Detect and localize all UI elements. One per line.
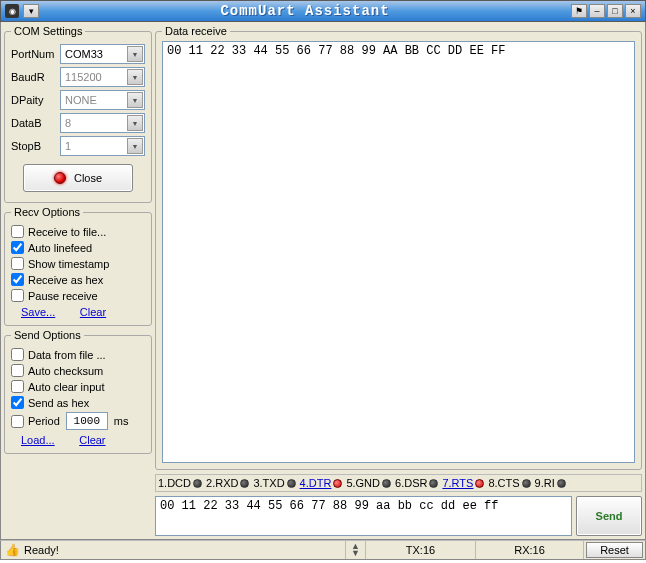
send-row: 00 11 22 33 44 55 66 77 88 99 aa bb cc d… [155, 496, 642, 536]
show-timestamp-checkbox[interactable]: Show timestamp [11, 257, 145, 270]
sig-rts-link[interactable]: 7.RTS [442, 477, 473, 489]
dparity-combo[interactable]: NONE▼ [60, 90, 145, 110]
chevron-down-icon[interactable]: ▼ [127, 69, 143, 85]
dsr-led-icon [429, 479, 438, 488]
titlebar-left: ◉ ▾ [5, 4, 39, 18]
pause-receive-checkbox[interactable]: Pause receive [11, 289, 145, 302]
close-port-button[interactable]: Close [23, 164, 133, 192]
port-status-led-icon [54, 172, 66, 184]
recv-save-link[interactable]: Save... [21, 306, 55, 318]
baudr-label: BaudR [11, 71, 57, 83]
portnum-label: PortNum [11, 48, 57, 60]
send-button[interactable]: Send [576, 496, 642, 536]
main-area: COM Settings PortNum COM33▼ BaudR 115200… [0, 22, 646, 540]
titlebar-right: ⚑ – □ × [571, 4, 641, 18]
close-port-label: Close [74, 172, 102, 184]
left-panel: COM Settings PortNum COM33▼ BaudR 115200… [4, 25, 152, 536]
title-bar: ◉ ▾ CommUart Assistant ⚑ – □ × [0, 0, 646, 22]
rxd-led-icon [240, 479, 249, 488]
app-icon: ◉ [5, 4, 19, 18]
dparity-label: DPaity [11, 94, 57, 106]
send-clear-link[interactable]: Clear [79, 434, 105, 446]
stopb-label: StopB [11, 140, 57, 152]
minimize-button[interactable]: – [589, 4, 605, 18]
send-options-legend: Send Options [11, 329, 84, 341]
sig-cts: 8.CTS [488, 477, 519, 489]
datab-label: DataB [11, 117, 57, 129]
txd-led-icon [287, 479, 296, 488]
ready-icon: 👍 [5, 543, 20, 557]
rts-led-icon [475, 479, 484, 488]
auto-linefeed-checkbox[interactable]: Auto linefeed [11, 241, 145, 254]
data-from-file-checkbox[interactable]: Data from file ... [11, 348, 145, 361]
status-rx: RX:16 [475, 541, 583, 559]
stopb-combo[interactable]: 1▼ [60, 136, 145, 156]
auto-clear-input-checkbox[interactable]: Auto clear input [11, 380, 145, 393]
pin-button[interactable]: ⚑ [571, 4, 587, 18]
sig-rxd: 2.RXD [206, 477, 238, 489]
chevron-down-icon[interactable]: ▼ [127, 46, 143, 62]
status-bar: 👍 Ready! ▲▼ TX:16 RX:16 Reset [0, 540, 646, 560]
recv-clear-link[interactable]: Clear [80, 306, 106, 318]
ri-led-icon [557, 479, 566, 488]
datab-combo[interactable]: 8▼ [60, 113, 145, 133]
cts-led-icon [522, 479, 531, 488]
receive-to-file-checkbox[interactable]: Receive to file... [11, 225, 145, 238]
sig-dtr-link[interactable]: 4.DTR [300, 477, 332, 489]
sig-dsr: 6.DSR [395, 477, 427, 489]
status-scroll-arrows[interactable]: ▲▼ [345, 541, 365, 559]
maximize-button[interactable]: □ [607, 4, 623, 18]
sig-ri: 9.RI [535, 477, 555, 489]
baudr-combo[interactable]: 115200▼ [60, 67, 145, 87]
send-as-hex-checkbox[interactable]: Send as hex [11, 396, 145, 409]
chevron-down-icon[interactable]: ▼ [127, 115, 143, 131]
data-receive-legend: Data receive [162, 25, 230, 37]
sig-gnd: 5.GND [346, 477, 380, 489]
auto-checksum-checkbox[interactable]: Auto checksum [11, 364, 145, 377]
reset-button[interactable]: Reset [586, 542, 643, 558]
data-receive-group: Data receive 00 11 22 33 44 55 66 77 88 … [155, 25, 642, 470]
status-ready: Ready! [24, 544, 59, 556]
period-checkbox[interactable] [11, 415, 24, 428]
dtr-led-icon [333, 479, 342, 488]
recv-options-group: Recv Options Receive to file... Auto lin… [4, 206, 152, 326]
recv-options-legend: Recv Options [11, 206, 83, 218]
portnum-combo[interactable]: COM33▼ [60, 44, 145, 64]
send-load-link[interactable]: Load... [21, 434, 55, 446]
close-window-button[interactable]: × [625, 4, 641, 18]
com-settings-legend: COM Settings [11, 25, 85, 37]
titlebar-dropdown-icon[interactable]: ▾ [23, 4, 39, 18]
sig-txd: 3.TXD [253, 477, 284, 489]
send-textarea[interactable]: 00 11 22 33 44 55 66 77 88 99 aa bb cc d… [155, 496, 572, 536]
receive-textarea[interactable]: 00 11 22 33 44 55 66 77 88 99 AA BB CC D… [162, 41, 635, 463]
sig-dcd: 1.DCD [158, 477, 191, 489]
period-unit: ms [114, 415, 129, 427]
chevron-down-icon[interactable]: ▼ [127, 92, 143, 108]
window-title: CommUart Assistant [39, 3, 571, 19]
signal-status-row: 1.DCD 2.RXD 3.TXD 4.DTR 5.GND 6.DSR 7.RT… [155, 474, 642, 492]
receive-as-hex-checkbox[interactable]: Receive as hex [11, 273, 145, 286]
chevron-down-icon[interactable]: ▼ [127, 138, 143, 154]
status-tx: TX:16 [365, 541, 475, 559]
period-input[interactable] [66, 412, 108, 430]
send-options-group: Send Options Data from file ... Auto che… [4, 329, 152, 454]
right-panel: Data receive 00 11 22 33 44 55 66 77 88 … [155, 25, 642, 536]
dcd-led-icon [193, 479, 202, 488]
gnd-led-icon [382, 479, 391, 488]
period-label: Period [28, 415, 60, 427]
com-settings-group: COM Settings PortNum COM33▼ BaudR 115200… [4, 25, 152, 203]
